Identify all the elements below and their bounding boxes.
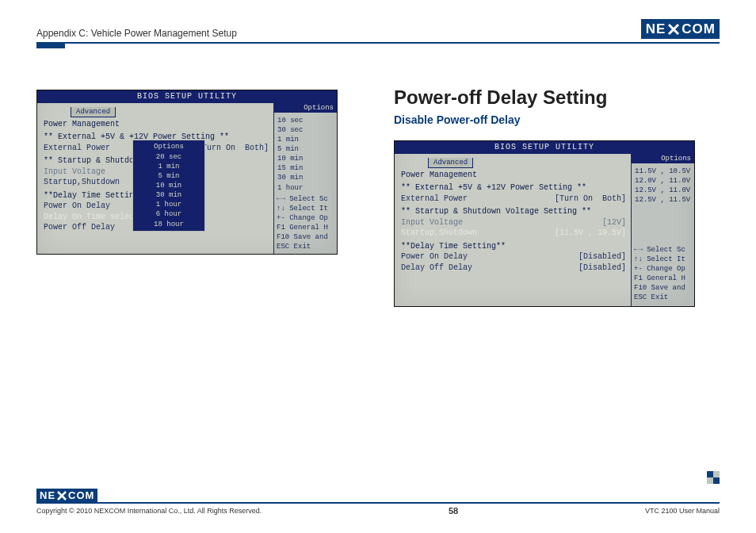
bios-sec3-label: **Delay Time Setting** xyxy=(401,241,626,252)
help-line: ESC Exit xyxy=(634,293,692,302)
manual-name: VTC 2100 User Manual xyxy=(645,507,720,515)
help-line: ↑↓ Select It xyxy=(634,255,692,264)
brand-logo: NE COM xyxy=(641,19,720,39)
help-line: F1 General H xyxy=(634,274,692,283)
bios-panel-heading: Power Management xyxy=(401,170,626,181)
bios-side-values: 10 sec 30 sec 1 min 5 min 10 min 15 min … xyxy=(274,113,337,193)
bios-row: Delay Off Delay [Disabled] xyxy=(401,263,626,274)
bios-main-panel: Advanced Power Management ** External +5… xyxy=(37,103,273,254)
bios-title: BIOS SETUP UTILITY xyxy=(395,141,694,154)
side-val: 10 min xyxy=(277,154,334,163)
bios-title: BIOS SETUP UTILITY xyxy=(37,90,337,103)
bios-body: Advanced Power Management ** External +5… xyxy=(37,103,337,254)
bios-tab-advanced: Advanced xyxy=(71,107,116,117)
side-val: 1 min xyxy=(277,135,334,144)
side-val: 12.0V , 11.0V xyxy=(635,176,691,186)
popup-option: 1 min xyxy=(133,162,204,171)
left-column: BIOS SETUP UTILITY Advanced Power Manage… xyxy=(36,86,362,307)
help-line: F10 Save and xyxy=(277,232,334,242)
help-line: ↑↓ Select It xyxy=(277,204,334,213)
right-column: Power-off Delay Setting Disable Power-of… xyxy=(394,86,720,307)
popup-option: 30 min xyxy=(133,190,204,200)
popup-option: 10 min xyxy=(133,181,204,190)
section-title: Power-off Delay Setting xyxy=(394,86,720,109)
popup-option: 20 sec xyxy=(133,152,204,162)
page-footer: NE COM Copyright © 2010 NEXCOM Internati… xyxy=(36,488,720,516)
bios-panel-heading: Power Management xyxy=(44,119,269,130)
help-line: ←→ Select Sc xyxy=(277,194,334,204)
bios-row: Power On Delay [Disabled] xyxy=(401,251,626,263)
bios-row: Input Voltage [12V] xyxy=(401,217,626,228)
popup-option: 6 hour xyxy=(133,209,204,219)
bios-main-panel: Advanced Power Management ** External +5… xyxy=(395,154,631,306)
bios-help-keys: ←→ Select Sc ↑↓ Select It +- Change Op F… xyxy=(632,243,694,306)
logo-x-icon xyxy=(666,22,681,36)
help-line: F1 General H xyxy=(277,223,334,232)
side-val: 10 sec xyxy=(277,116,334,125)
footer-ornament-icon xyxy=(707,471,720,484)
appendix-title: Appendix C: Vehicle Power Management Set… xyxy=(36,28,237,39)
side-val: 1 hour xyxy=(277,183,334,193)
popup-head: Options xyxy=(133,142,204,151)
bios-side-panel: Options 10 sec 30 sec 1 min 5 min 10 min… xyxy=(273,103,337,254)
bios-row-selected: Startup,Shutdown [11.5V , 10.5V] xyxy=(401,228,626,239)
bios-options-popup: Options 20 sec 1 min 5 min 10 min 30 min… xyxy=(132,140,205,232)
footer-logo: NE COM xyxy=(36,488,720,502)
content-area: BIOS SETUP UTILITY Advanced Power Manage… xyxy=(36,86,720,307)
side-val: 5 min xyxy=(277,144,334,154)
help-line: ESC Exit xyxy=(277,242,334,251)
bios-side-panel: Options 11.5V , 10.5V 12.0V , 11.0V 12.5… xyxy=(631,154,694,306)
help-line: +- Change Op xyxy=(277,213,334,223)
help-line: ←→ Select Sc xyxy=(634,245,692,255)
bios-sec1-label: ** External +5V & +12V Power Setting ** xyxy=(401,182,626,194)
popup-option: 5 min xyxy=(133,171,204,181)
side-val: 11.5V , 10.5V xyxy=(635,167,691,176)
copyright-text: Copyright © 2010 NEXCOM International Co… xyxy=(36,507,262,515)
subsection-title: Disable Power-off Delay xyxy=(394,113,720,126)
bios-sec2-label: ** Startup & Shutdown Voltage Setting ** xyxy=(401,206,626,217)
side-val: 12.5V , 11.5V xyxy=(635,195,691,205)
bios-tab-advanced: Advanced xyxy=(428,158,473,168)
bios-side-head: Options xyxy=(274,103,337,113)
side-val: 15 min xyxy=(277,163,334,173)
header-rule xyxy=(36,42,720,48)
bios-screenshot-left: BIOS SETUP UTILITY Advanced Power Manage… xyxy=(36,90,338,255)
page-header: Appendix C: Vehicle Power Management Set… xyxy=(36,19,720,39)
logo-x-icon xyxy=(56,490,67,501)
bios-row: External Power [Turn On Both] xyxy=(401,194,626,205)
bios-help-keys: ←→ Select Sc ↑↓ Select It +- Change Op F… xyxy=(274,193,337,255)
bios-screenshot-right: BIOS SETUP UTILITY Advanced Power Manage… xyxy=(394,140,695,307)
bios-side-values: 11.5V , 10.5V 12.0V , 11.0V 12.5V , 11.0… xyxy=(632,163,694,205)
popup-option: 1 hour xyxy=(133,200,204,209)
side-val: 12.5V , 11.0V xyxy=(635,186,691,195)
bios-side-head: Options xyxy=(632,154,694,163)
logo-left-text: NE COM xyxy=(641,19,720,39)
help-line: +- Change Op xyxy=(634,264,692,274)
side-val: 30 min xyxy=(277,173,334,182)
help-line: F10 Save and xyxy=(634,283,692,293)
popup-option: 18 hour xyxy=(133,220,204,229)
side-val: 30 sec xyxy=(277,125,334,135)
bios-body: Advanced Power Management ** External +5… xyxy=(395,154,694,306)
page-number: 58 xyxy=(449,506,458,516)
